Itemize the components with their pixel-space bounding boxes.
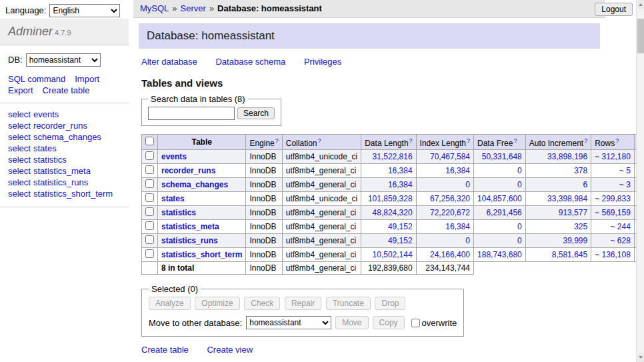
auto-increment-link[interactable]: 33,898,196 <box>547 152 587 161</box>
row-checkbox[interactable] <box>145 235 154 244</box>
auto-increment-link[interactable]: 33,398,984 <box>547 194 587 203</box>
auto-increment-link[interactable]: 39,999 <box>563 236 587 245</box>
data-length-link[interactable]: 48,824,320 <box>373 208 413 217</box>
rows-link[interactable]: ~ 628 <box>611 236 631 245</box>
search-input[interactable] <box>148 107 235 120</box>
sidebar-table-link[interactable]: statistics_runs <box>33 177 88 187</box>
row-checkbox[interactable] <box>145 207 154 216</box>
row-checkbox[interactable] <box>145 165 154 174</box>
data-free-link[interactable]: 0 <box>517 166 522 175</box>
row-checkbox[interactable] <box>145 179 154 188</box>
scrollbar-thumb[interactable] <box>637 19 644 53</box>
rows-help-link[interactable]: ? <box>615 137 619 144</box>
sidebar-table-link[interactable]: statistics_short_term <box>33 189 113 199</box>
sidebar-table-link[interactable]: statistics <box>33 155 67 165</box>
scroll-down-icon[interactable] <box>637 353 644 362</box>
data-length-help-link[interactable]: ? <box>409 137 413 144</box>
table-name-link[interactable]: statistics_meta <box>161 222 219 231</box>
analyze-button[interactable]: Analyze <box>149 297 191 310</box>
sidebar-select-link[interactable]: select <box>8 109 31 119</box>
import-link[interactable]: Import <box>75 74 99 84</box>
rows-link[interactable]: ~ 244 <box>611 222 631 231</box>
sql-command-link[interactable]: SQL command <box>8 74 65 84</box>
scroll-up-icon[interactable] <box>637 0 644 9</box>
auto-increment-link[interactable]: 6 <box>583 180 587 189</box>
sidebar-select-link[interactable]: select <box>8 166 31 176</box>
rows-link[interactable]: ~ 299,833 <box>595 194 631 203</box>
auto-increment-help-link[interactable]: ? <box>584 137 587 144</box>
index-length-link[interactable]: 67,256,320 <box>430 194 470 203</box>
data-length-link[interactable]: 10,502,144 <box>373 250 413 259</box>
create-table-link[interactable]: Create table <box>141 345 189 355</box>
auto-increment-link[interactable]: 913,577 <box>559 208 587 217</box>
sidebar-create-table-link[interactable]: Create table <box>43 85 90 95</box>
rows-link[interactable]: ~ 569,159 <box>595 208 631 217</box>
data-free-link[interactable]: 104,857,600 <box>477 194 522 203</box>
copy-button[interactable]: Copy <box>373 316 405 329</box>
adminer-logo[interactable]: Adminer <box>8 25 53 38</box>
sidebar-table-link[interactable]: schema_changes <box>33 132 101 142</box>
data-length-link[interactable]: 16,384 <box>388 180 413 189</box>
data-free-link[interactable]: 50,331,648 <box>482 152 522 161</box>
auto-increment-link[interactable]: 378 <box>574 166 587 175</box>
overwrite-checkbox[interactable] <box>411 319 420 327</box>
sidebar-table-link[interactable]: statistics_meta <box>33 166 91 176</box>
data-free-help-link[interactable]: ? <box>513 137 517 144</box>
auto-increment-link[interactable]: 8,581,645 <box>552 250 587 259</box>
db-select[interactable]: homeassistant <box>26 53 101 67</box>
breadcrumb-server-link[interactable]: Server <box>181 3 206 13</box>
row-checkbox[interactable] <box>145 249 154 258</box>
create-view-link[interactable]: Create view <box>207 345 253 355</box>
auto-increment-link[interactable]: 325 <box>574 222 587 231</box>
sidebar-select-link[interactable]: select <box>8 121 31 131</box>
index-length-link[interactable]: 24,166,400 <box>430 250 470 259</box>
rows-link[interactable]: ~ 5 <box>619 166 631 175</box>
table-name-link[interactable]: statistics_short_term <box>161 250 242 259</box>
data-free-link[interactable]: 0 <box>517 180 522 189</box>
sidebar-table-link[interactable]: states <box>33 143 57 153</box>
rows-link[interactable]: ~ 312,180 <box>595 152 631 161</box>
table-name-link[interactable]: recorder_runs <box>161 166 215 175</box>
table-name-link[interactable]: statistics <box>161 208 196 217</box>
data-free-link[interactable]: 0 <box>517 236 522 245</box>
row-checkbox[interactable] <box>145 221 154 230</box>
move-db-select[interactable]: homeassistant <box>246 316 331 329</box>
table-name-link[interactable]: schema_changes <box>161 180 228 189</box>
data-length-link[interactable]: 101,859,328 <box>368 194 413 203</box>
index-length-link[interactable]: 0 <box>465 180 470 189</box>
rows-link[interactable]: ~ 3 <box>619 180 631 189</box>
sidebar-table-link[interactable]: recorder_runs <box>33 121 87 131</box>
logout-button[interactable]: Logout <box>595 3 633 16</box>
alter-database-link[interactable]: Alter database <box>141 57 197 67</box>
scrollbar[interactable] <box>636 0 644 362</box>
move-button[interactable]: Move <box>335 316 368 329</box>
data-length-link[interactable]: 49,152 <box>388 222 413 231</box>
truncate-button[interactable]: Truncate <box>326 297 371 310</box>
rows-link[interactable]: ~ 136,108 <box>595 250 631 259</box>
select-all-checkbox[interactable] <box>145 137 154 145</box>
export-link[interactable]: Export <box>8 85 33 95</box>
row-checkbox[interactable] <box>145 151 154 160</box>
data-length-link[interactable]: 31,522,816 <box>373 152 413 161</box>
row-checkbox[interactable] <box>145 193 154 202</box>
language-select[interactable]: English <box>49 4 120 17</box>
data-free-link[interactable]: 6,291,456 <box>486 208 521 217</box>
index-length-link[interactable]: 0 <box>465 236 470 245</box>
sidebar-table-link[interactable]: events <box>33 109 59 119</box>
index-length-help-link[interactable]: ? <box>467 137 470 144</box>
index-length-link[interactable]: 16,384 <box>445 166 470 175</box>
breadcrumb-mysql-link[interactable]: MySQL <box>140 3 169 13</box>
privileges-link[interactable]: Privileges <box>304 57 341 67</box>
optimize-button[interactable]: Optimize <box>195 297 239 310</box>
sidebar-select-link[interactable]: select <box>8 155 31 165</box>
data-length-link[interactable]: 49,152 <box>388 236 413 245</box>
drop-button[interactable]: Drop <box>375 297 405 310</box>
repair-button[interactable]: Repair <box>285 297 321 310</box>
sidebar-select-link[interactable]: select <box>8 132 31 142</box>
index-length-link[interactable]: 70,467,584 <box>430 152 470 161</box>
table-name-link[interactable]: states <box>161 194 185 203</box>
data-length-link[interactable]: 16,384 <box>388 166 413 175</box>
search-button[interactable]: Search <box>237 107 275 119</box>
table-name-link[interactable]: events <box>161 152 187 161</box>
sidebar-select-link[interactable]: select <box>8 189 31 199</box>
